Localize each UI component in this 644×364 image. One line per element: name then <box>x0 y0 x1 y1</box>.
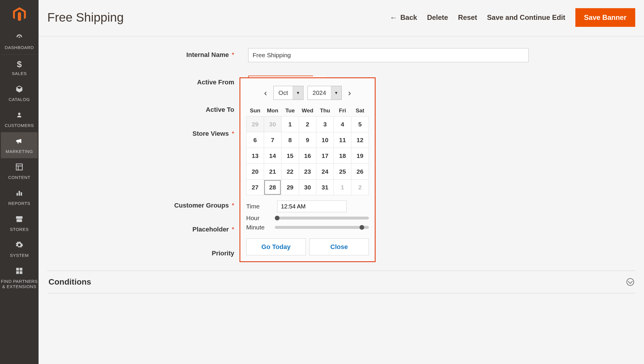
delete-button[interactable]: Delete <box>427 13 448 22</box>
sidebar-item-bars[interactable]: REPORTS <box>1 184 38 210</box>
sidebar-item-store[interactable]: STORES <box>1 210 38 236</box>
calendar-day[interactable]: 3 <box>316 116 334 132</box>
sidebar-item-box[interactable]: CATALOG <box>1 80 38 106</box>
store-views-label: Store Views* <box>47 127 234 137</box>
minute-slider[interactable] <box>275 226 369 229</box>
chevron-down-icon: ▼ <box>331 86 341 100</box>
sidebar-item-megaphone[interactable]: MARKETING <box>1 132 38 158</box>
calendar-day[interactable]: 31 <box>316 180 334 195</box>
weekday-header: Tue <box>281 105 299 116</box>
magento-logo[interactable] <box>11 6 27 22</box>
calendar-day[interactable]: 30 <box>299 180 316 195</box>
go-today-button[interactable]: Go Today <box>246 238 306 255</box>
calendar-day[interactable]: 22 <box>281 164 299 180</box>
sidebar-item-label: REPORTS <box>8 201 30 206</box>
calendar-day[interactable]: 18 <box>334 148 351 164</box>
megaphone-icon <box>15 137 23 147</box>
calendar-day[interactable]: 1 <box>281 116 299 132</box>
weekday-header: Sat <box>351 105 369 116</box>
page-header: Free Shipping ← Back Delete Reset Save a… <box>39 0 644 36</box>
svg-rect-4 <box>19 191 20 196</box>
calendar-day[interactable]: 7 <box>264 132 281 148</box>
person-icon <box>16 111 23 121</box>
section-title: Conditions <box>48 277 91 287</box>
form: Internal Name* Active From Active To <box>39 36 644 257</box>
close-button[interactable]: Close <box>309 238 369 255</box>
sidebar-item-label: SALES <box>12 71 27 76</box>
calendar-day[interactable]: 28 <box>264 180 281 195</box>
hour-label: Hour <box>246 215 270 222</box>
prev-month-button[interactable]: ‹ <box>262 88 269 98</box>
active-to-label: Active To <box>47 103 234 114</box>
calendar-day[interactable]: 12 <box>351 132 369 148</box>
calendar-day[interactable]: 25 <box>334 164 351 180</box>
back-button[interactable]: ← Back <box>390 13 417 22</box>
year-select[interactable]: 2024 ▼ <box>308 86 342 100</box>
sidebar-item-blocks[interactable]: FIND PARTNERS& EXTENSIONS <box>1 262 38 293</box>
svg-rect-5 <box>21 192 22 196</box>
sidebar-item-label: CONTENT <box>8 175 30 180</box>
hour-slider[interactable] <box>275 217 369 220</box>
calendar-day[interactable]: 14 <box>264 148 281 164</box>
sidebar-item-gear[interactable]: SYSTEM <box>1 236 38 262</box>
calendar-day[interactable]: 2 <box>299 116 316 132</box>
chevron-down-icon: ▼ <box>293 86 303 100</box>
calendar-day[interactable]: 10 <box>316 132 334 148</box>
time-input[interactable] <box>277 201 347 212</box>
calendar-day[interactable]: 13 <box>247 148 264 164</box>
reset-button[interactable]: Reset <box>458 13 477 22</box>
calendar-day[interactable]: 30 <box>264 116 281 132</box>
calendar-day[interactable]: 4 <box>334 116 351 132</box>
conditions-section[interactable]: Conditions <box>47 271 635 293</box>
calendar-day[interactable]: 29 <box>281 180 299 195</box>
calendar-day[interactable]: 6 <box>247 132 264 148</box>
calendar-day[interactable]: 26 <box>351 164 369 180</box>
sidebar-item-person[interactable]: CUSTOMERS <box>1 106 38 132</box>
weekday-header: Sun <box>247 105 264 116</box>
calendar-day[interactable]: 16 <box>299 148 316 164</box>
save-continue-button[interactable]: Save and Continue Edit <box>487 13 565 22</box>
datepicker: ‹ Oct ▼ 2024 ▼ › SunMonTueWedThuFriSat 2… <box>239 77 376 262</box>
sidebar-item-label: STORES <box>10 227 29 232</box>
calendar-day[interactable]: 5 <box>351 116 369 132</box>
calendar-day[interactable]: 20 <box>247 164 264 180</box>
month-select[interactable]: Oct ▼ <box>273 86 303 100</box>
next-month-button[interactable]: › <box>346 88 353 98</box>
expand-icon[interactable] <box>626 278 634 286</box>
sidebar-item-dashboard[interactable]: DASHBOARD <box>1 28 38 55</box>
sidebar-item-label: FIND PARTNERS& EXTENSIONS <box>1 279 38 289</box>
time-label: Time <box>246 203 270 210</box>
calendar-day[interactable]: 24 <box>316 164 334 180</box>
save-button[interactable]: Save Banner <box>575 8 635 27</box>
arrow-left-icon: ← <box>390 13 397 22</box>
calendar-day[interactable]: 19 <box>351 148 369 164</box>
calendar-day[interactable]: 21 <box>264 164 281 180</box>
calendar-day[interactable]: 27 <box>247 180 264 195</box>
calendar-day[interactable]: 11 <box>334 132 351 148</box>
admin-sidebar: DASHBOARD$SALESCATALOGCUSTOMERSMARKETING… <box>0 0 39 364</box>
sidebar-item-label: SYSTEM <box>10 253 29 258</box>
calendar-day[interactable]: 8 <box>281 132 299 148</box>
internal-name-input[interactable] <box>248 48 529 62</box>
calendar-day[interactable]: 2 <box>351 180 369 195</box>
calendar-day[interactable]: 29 <box>247 116 264 132</box>
weekday-header: Mon <box>264 105 281 116</box>
calendar-day[interactable]: 1 <box>334 180 351 195</box>
svg-rect-3 <box>17 193 18 196</box>
placeholder-label: Placeholder* <box>47 223 234 233</box>
sidebar-item-label: MARKETING <box>6 149 33 154</box>
svg-rect-6 <box>16 268 19 271</box>
bars-icon <box>15 189 23 199</box>
sidebar-item-dollar[interactable]: $SALES <box>1 55 38 80</box>
svg-rect-8 <box>16 271 19 274</box>
layout-icon <box>15 163 23 173</box>
internal-name-label: Internal Name* <box>47 48 234 59</box>
calendar-day[interactable]: 17 <box>316 148 334 164</box>
weekday-header: Wed <box>299 105 316 116</box>
gear-icon <box>15 241 23 251</box>
calendar-day[interactable]: 9 <box>299 132 316 148</box>
sidebar-item-layout[interactable]: CONTENT <box>1 158 38 184</box>
calendar-day[interactable]: 15 <box>281 148 299 164</box>
calendar-grid: SunMonTueWedThuFriSat 293012345678910111… <box>246 105 369 195</box>
calendar-day[interactable]: 23 <box>299 164 316 180</box>
